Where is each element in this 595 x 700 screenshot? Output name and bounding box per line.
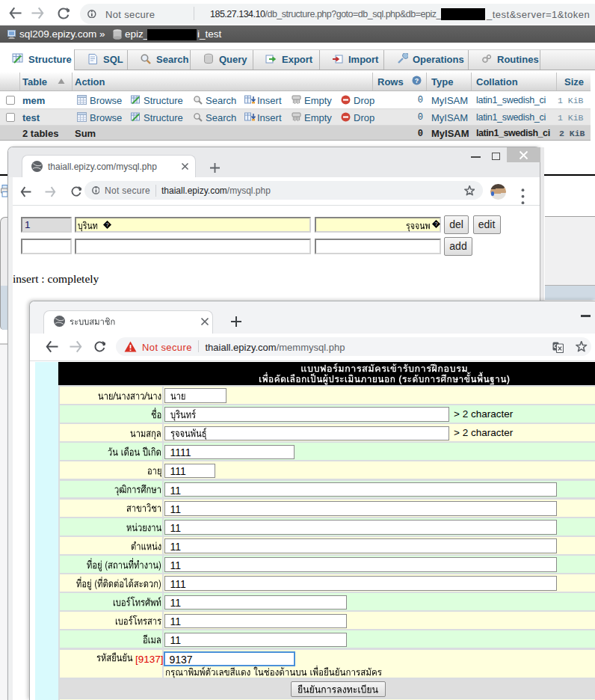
svg-text:?: ?	[105, 221, 108, 228]
svg-text:?: ?	[415, 77, 419, 85]
svg-text:?: ?	[434, 221, 437, 227]
